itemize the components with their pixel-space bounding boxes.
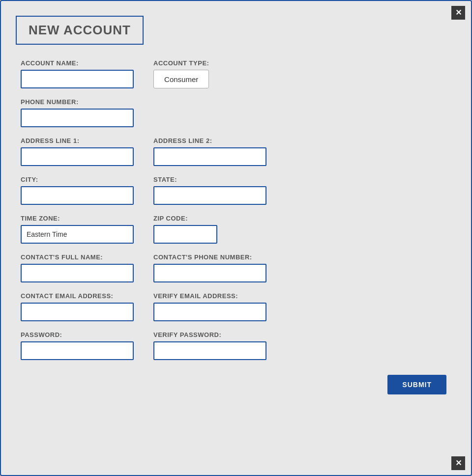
contacts-full-name-label: CONTACT'S FULL NAME: [21,253,134,261]
group-state: STATE: [153,176,266,205]
contacts-full-name-input[interactable] [21,264,134,282]
close-button-bottom[interactable]: ✕ [451,456,465,470]
group-address-line1: ADDRESS LINE 1: [21,137,134,166]
new-account-modal: ✕ NEW ACCOUNT ACCOUNT NAME: ACCOUNT TYPE… [0,0,472,476]
verify-email-input[interactable] [153,303,266,321]
account-name-input[interactable] [21,70,134,88]
zip-code-input[interactable] [153,225,217,244]
close-button-top[interactable]: ✕ [451,6,465,20]
state-input[interactable] [153,186,266,205]
group-address-line2: ADDRESS LINE 2: [153,137,266,166]
row-contact-name-phone: CONTACT'S FULL NAME: CONTACT'S PHONE NUM… [21,253,451,282]
address-line1-label: ADDRESS LINE 1: [21,137,134,144]
group-account-type: ACCOUNT TYPE: Consumer [153,59,209,88]
row-city-state: CITY: STATE: [21,176,451,205]
state-label: STATE: [153,176,266,183]
group-city: CITY: [21,176,134,205]
row-phone: PHONE NUMBER: [21,98,451,127]
password-input[interactable] [21,341,134,360]
contact-email-label: CONTACT EMAIL ADDRESS: [21,292,134,300]
account-type-label: ACCOUNT TYPE: [153,59,209,67]
verify-email-label: VERIFY EMAIL ADDRESS: [153,292,266,300]
row-password: PASSWORD: VERIFY PASSWORD: [21,331,451,360]
row-email: CONTACT EMAIL ADDRESS: VERIFY EMAIL ADDR… [21,292,451,321]
address-line2-input[interactable] [153,147,266,166]
form-section: ACCOUNT NAME: ACCOUNT TYPE: Consumer PHO… [16,59,456,394]
city-input[interactable] [21,186,134,205]
group-verify-email: VERIFY EMAIL ADDRESS: [153,292,266,321]
group-phone-number: PHONE NUMBER: [21,98,134,127]
group-password: PASSWORD: [21,331,134,360]
modal-title: NEW ACCOUNT [29,23,131,37]
time-zone-input[interactable] [21,225,134,244]
group-verify-password: VERIFY PASSWORD: [153,331,266,360]
contacts-phone-input[interactable] [153,264,266,282]
phone-number-input[interactable] [21,109,134,127]
address-line1-input[interactable] [21,147,134,166]
row-address: ADDRESS LINE 1: ADDRESS LINE 2: [21,137,451,166]
city-label: CITY: [21,176,134,183]
modal-title-box: NEW ACCOUNT [16,16,144,45]
contacts-phone-label: CONTACT'S PHONE NUMBER: [153,253,266,261]
group-contacts-full-name: CONTACT'S FULL NAME: [21,253,134,282]
row-account-info: ACCOUNT NAME: ACCOUNT TYPE: Consumer [21,59,451,88]
group-contacts-phone: CONTACT'S PHONE NUMBER: [153,253,266,282]
submit-button[interactable]: SUBMIT [387,375,446,394]
submit-row: SUBMIT [21,375,451,394]
row-timezone-zip: TIME ZONE: ZIP CODE: [21,215,451,244]
time-zone-label: TIME ZONE: [21,215,134,222]
account-type-button[interactable]: Consumer [153,70,209,88]
group-time-zone: TIME ZONE: [21,215,134,244]
verify-password-input[interactable] [153,341,266,360]
group-contact-email: CONTACT EMAIL ADDRESS: [21,292,134,321]
group-zip-code: ZIP CODE: [153,215,217,244]
group-account-name: ACCOUNT NAME: [21,59,134,88]
close-icon-bottom: ✕ [455,459,462,467]
address-line2-label: ADDRESS LINE 2: [153,137,266,144]
verify-password-label: VERIFY PASSWORD: [153,331,266,338]
close-icon-top: ✕ [455,9,462,17]
contact-email-input[interactable] [21,303,134,321]
account-name-label: ACCOUNT NAME: [21,59,134,67]
password-label: PASSWORD: [21,331,134,338]
phone-number-label: PHONE NUMBER: [21,98,134,106]
zip-code-label: ZIP CODE: [153,215,217,222]
